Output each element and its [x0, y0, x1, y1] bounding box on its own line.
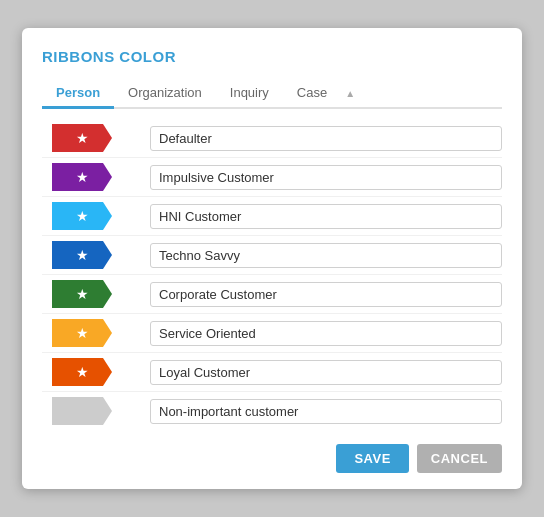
modal-footer: SAVE CANCEL	[42, 444, 502, 473]
ribbon-star-icon: ★	[76, 248, 89, 262]
ribbon-tag[interactable]: ★	[52, 163, 112, 191]
modal-title: RIBBONS COLOR	[42, 48, 502, 65]
ribbon-tag[interactable]: ★	[52, 124, 112, 152]
table-row: ★	[42, 158, 502, 197]
cancel-button[interactable]: CANCEL	[417, 444, 502, 473]
ribbon-label-input[interactable]	[150, 360, 502, 385]
ribbon-label-input[interactable]	[150, 282, 502, 307]
ribbon-label-cell	[142, 165, 502, 190]
ribbon-label-cell	[142, 243, 502, 268]
ribbon-label-cell	[142, 126, 502, 151]
tab-inquiry[interactable]: Inquiry	[216, 79, 283, 109]
ribbon-empty	[52, 397, 112, 425]
ribbon-tag[interactable]: ★	[52, 202, 112, 230]
ribbon-color-cell[interactable]: ★	[42, 319, 142, 347]
ribbon-color-cell[interactable]	[42, 397, 142, 425]
ribbon-label-input[interactable]	[150, 165, 502, 190]
ribbon-label-cell	[142, 360, 502, 385]
ribbon-label-input[interactable]	[150, 399, 502, 424]
table-row: ★	[42, 197, 502, 236]
save-button[interactable]: SAVE	[336, 444, 408, 473]
tab-person[interactable]: Person	[42, 79, 114, 109]
ribbon-tag[interactable]: ★	[52, 319, 112, 347]
ribbon-tag[interactable]: ★	[52, 280, 112, 308]
ribbon-label-input[interactable]	[150, 126, 502, 151]
tab-bar: Person Organization Inquiry Case ▲	[42, 79, 502, 109]
ribbon-label-cell	[142, 321, 502, 346]
ribbon-label-input[interactable]	[150, 204, 502, 229]
ribbon-star-icon: ★	[76, 326, 89, 340]
ribbon-label-input[interactable]	[150, 243, 502, 268]
ribbon-color-cell[interactable]: ★	[42, 163, 142, 191]
table-row	[42, 392, 502, 430]
ribbons-table: ★★★★★★★	[42, 119, 502, 430]
ribbon-label-cell	[142, 399, 502, 424]
table-row: ★	[42, 314, 502, 353]
table-row: ★	[42, 236, 502, 275]
ribbon-color-cell[interactable]: ★	[42, 241, 142, 269]
ribbon-star-icon: ★	[76, 170, 89, 184]
ribbon-star-icon: ★	[76, 131, 89, 145]
ribbon-star-icon: ★	[76, 209, 89, 223]
ribbon-tag[interactable]: ★	[52, 241, 112, 269]
ribbon-star-icon: ★	[76, 287, 89, 301]
tab-organization[interactable]: Organization	[114, 79, 216, 109]
ribbon-tag[interactable]: ★	[52, 358, 112, 386]
table-row: ★	[42, 353, 502, 392]
tab-scroll-up[interactable]: ▲	[341, 79, 359, 107]
ribbon-label-cell	[142, 282, 502, 307]
tab-case[interactable]: Case	[283, 79, 341, 109]
ribbon-label-input[interactable]	[150, 321, 502, 346]
ribbon-star-icon: ★	[76, 365, 89, 379]
ribbon-color-cell[interactable]: ★	[42, 202, 142, 230]
ribbon-color-cell[interactable]: ★	[42, 280, 142, 308]
ribbon-color-cell[interactable]: ★	[42, 358, 142, 386]
ribbons-color-modal: RIBBONS COLOR Person Organization Inquir…	[22, 28, 522, 489]
table-row: ★	[42, 119, 502, 158]
table-row: ★	[42, 275, 502, 314]
ribbon-label-cell	[142, 204, 502, 229]
ribbon-color-cell[interactable]: ★	[42, 124, 142, 152]
